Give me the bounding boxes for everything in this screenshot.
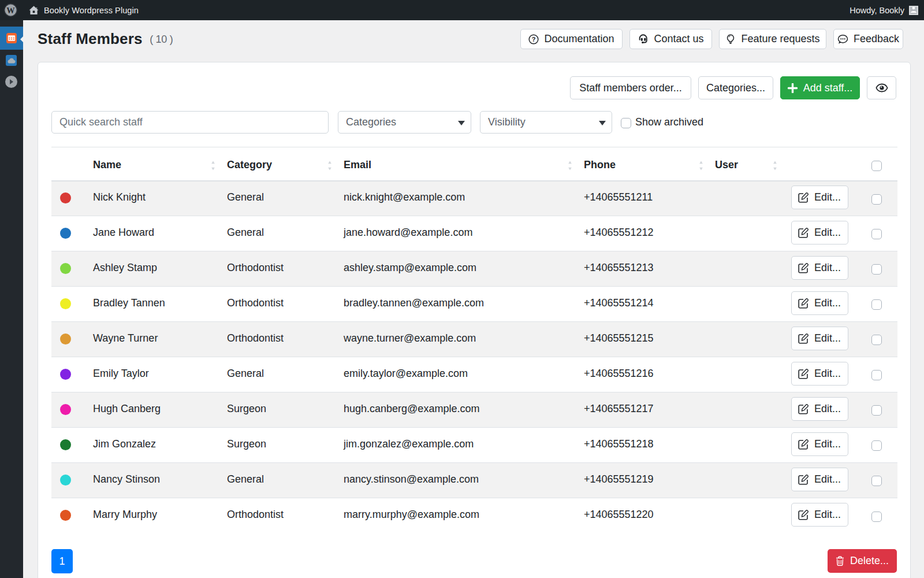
svg-text:?: ? [532,36,536,43]
svg-text:W: W [6,6,15,15]
